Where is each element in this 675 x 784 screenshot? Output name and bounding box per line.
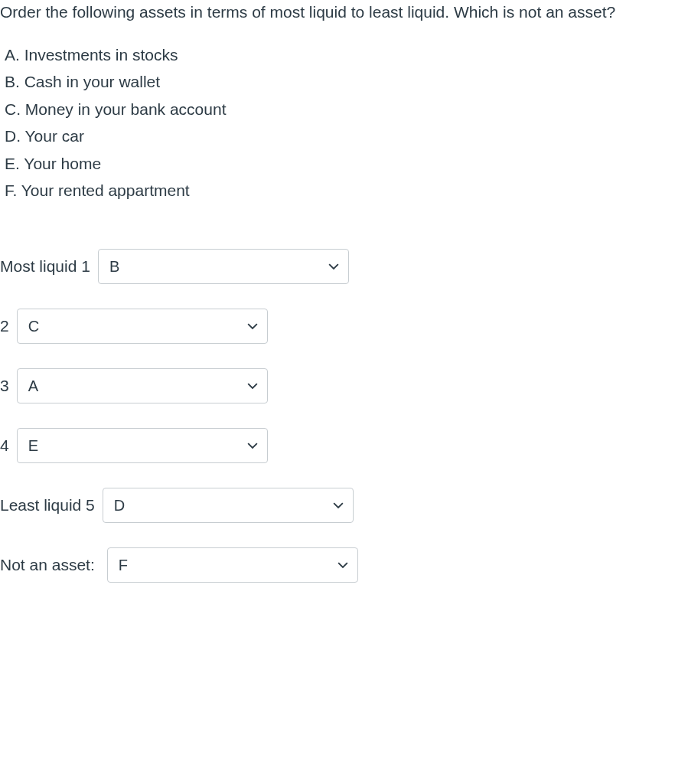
dropdown-3-value: A [28, 374, 38, 397]
answer-row-1: Most liquid 1 B [0, 249, 675, 284]
label-4: 4 [0, 433, 9, 458]
option-e: E. Your home [5, 152, 675, 176]
chevron-down-icon [247, 381, 258, 391]
chevron-down-icon [338, 560, 348, 570]
dropdown-6-value: F [119, 554, 128, 577]
answer-row-4: 4 E [0, 428, 675, 463]
option-d: D. Your car [5, 124, 675, 149]
option-c: C. Money in your bank account [5, 97, 675, 122]
chevron-down-icon [247, 440, 258, 451]
dropdown-2-value: C [28, 315, 39, 338]
dropdown-6[interactable]: F [107, 547, 358, 583]
dropdown-2[interactable]: C [17, 309, 268, 344]
dropdown-4[interactable]: E [17, 428, 268, 463]
dropdown-3[interactable]: A [17, 368, 268, 403]
dropdown-4-value: E [28, 434, 38, 457]
label-not-an-asset: Not an asset: [0, 553, 95, 577]
dropdown-1[interactable]: B [98, 249, 349, 284]
option-b: B. Cash in your wallet [5, 70, 675, 94]
label-3: 3 [0, 374, 9, 398]
option-a: A. Investments in stocks [5, 43, 675, 67]
answer-row-5: Least liquid 5 D [0, 488, 675, 523]
label-2: 2 [0, 314, 9, 338]
chevron-down-icon [247, 321, 258, 332]
question-text: Order the following assets in terms of m… [0, 0, 675, 24]
dropdown-1-value: B [109, 255, 119, 278]
label-most-liquid-1: Most liquid 1 [0, 254, 90, 279]
answer-row-3: 3 A [0, 368, 675, 403]
label-least-liquid-5: Least liquid 5 [0, 493, 95, 518]
options-list: A. Investments in stocks B. Cash in your… [0, 43, 675, 203]
chevron-down-icon [328, 261, 339, 272]
option-f: F. Your rented appartment [5, 178, 675, 203]
chevron-down-icon [333, 500, 344, 511]
dropdown-5-value: D [114, 494, 125, 517]
answer-row-2: 2 C [0, 309, 675, 344]
answer-row-6: Not an asset: F [0, 547, 675, 583]
dropdown-5[interactable]: D [103, 488, 354, 523]
